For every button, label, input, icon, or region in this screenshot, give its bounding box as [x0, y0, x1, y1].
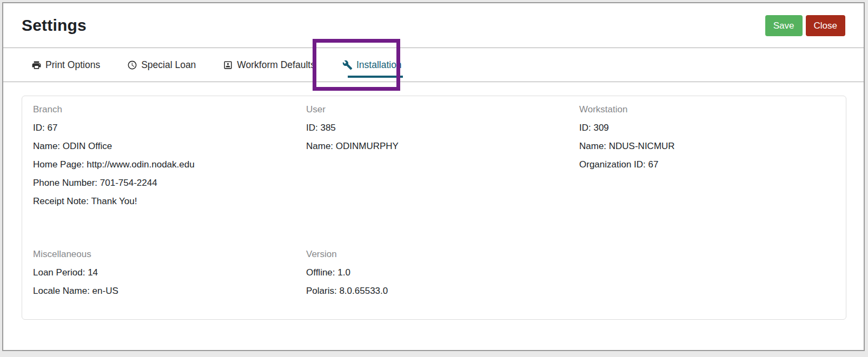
tab-installation[interactable]: Installation [342, 59, 402, 71]
tab-label: Print Options [45, 59, 100, 71]
section-item: Locale Name: en-US [33, 286, 306, 297]
section-title: Branch [33, 104, 306, 115]
section-item: Offline: 1.0 [306, 267, 579, 278]
section-title: Miscellaneous [33, 249, 306, 260]
wrench-icon [342, 60, 353, 70]
active-tab-underline [348, 76, 403, 78]
tab-label: Installation [356, 59, 402, 71]
sections-row: BranchID: 67Name: ODIN OfficeHome Page: … [33, 104, 846, 214]
section-item: Home Page: http://www.odin.nodak.edu [33, 159, 306, 170]
section-item: ID: 309 [579, 123, 839, 133]
header: Settings Save Close [3, 3, 864, 48]
section-item: Name: ODINMURPHY [306, 141, 579, 152]
sections-row: MiscellaneousLoan Period: 14Locale Name:… [33, 249, 846, 304]
section-title: User [306, 104, 579, 115]
badge-icon [223, 60, 233, 70]
close-button[interactable]: Close [806, 15, 845, 36]
tab-label: Special Loan [141, 59, 196, 71]
section-item: Name: ODIN Office [33, 141, 306, 152]
save-button[interactable]: Save [765, 15, 803, 36]
tab-workform-defaults[interactable]: Workform Defaults [223, 59, 315, 71]
header-actions: Save Close [765, 15, 845, 36]
section-user: UserID: 385Name: ODINMURPHY [306, 104, 579, 214]
section-item: Name: NDUS-NICMUR [579, 141, 839, 152]
settings-card: BranchID: 67Name: ODIN OfficeHome Page: … [22, 96, 846, 320]
section-item: Receipt Note: Thank You! [33, 196, 306, 207]
section-miscellaneous: MiscellaneousLoan Period: 14Locale Name:… [33, 249, 306, 304]
section-version: VersionOffline: 1.0Polaris: 8.0.65533.0 [306, 249, 579, 304]
section-title: Version [306, 249, 579, 260]
section-workstation: WorkstationID: 309Name: NDUS-NICMUROrgan… [579, 104, 839, 214]
tab-bar: Print OptionsSpecial LoanWorkform Defaul… [3, 48, 864, 82]
section-item: Polaris: 8.0.65533.0 [306, 286, 579, 297]
printer-icon [31, 60, 42, 70]
page-title: Settings [22, 16, 87, 35]
section-item: Organization ID: 67 [579, 159, 839, 170]
tab-print-options[interactable]: Print Options [31, 59, 100, 71]
section-item: Loan Period: 14 [33, 267, 306, 278]
section-branch: BranchID: 67Name: ODIN OfficeHome Page: … [33, 104, 306, 214]
section-item: ID: 385 [306, 123, 579, 133]
tab-special-loan[interactable]: Special Loan [127, 59, 196, 71]
clock-icon [127, 60, 137, 70]
settings-window: Settings Save Close Print OptionsSpecial… [2, 2, 865, 351]
section-title: Workstation [579, 104, 839, 115]
section-item: ID: 67 [33, 123, 306, 133]
section-item: Phone Number: 701-754-2244 [33, 178, 306, 188]
tab-label: Workform Defaults [237, 59, 315, 71]
